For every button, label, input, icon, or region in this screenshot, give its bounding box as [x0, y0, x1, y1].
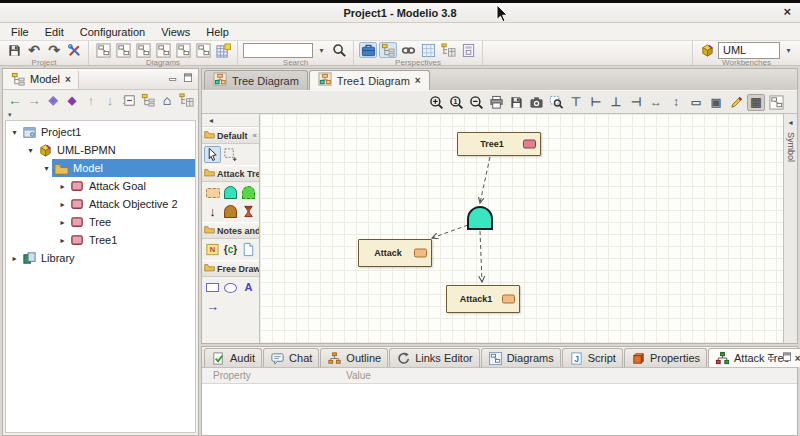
tree-item-model[interactable]: ▾Model [6, 159, 195, 177]
tree-item-tree1[interactable]: ▸Tree1 [6, 231, 195, 249]
search-icon[interactable] [330, 42, 348, 58]
redo-icon[interactable]: ↷ [45, 42, 63, 58]
diagram-settings-icon[interactable] [767, 94, 785, 111]
constraint-tool[interactable]: {c} [222, 241, 239, 258]
tree-item-project1[interactable]: ▾Project1 [6, 123, 195, 141]
align-left-icon[interactable]: ⊢ [587, 94, 605, 111]
save-icon[interactable] [5, 42, 23, 58]
move-down-icon[interactable]: ↓ [102, 92, 118, 108]
menu-edit[interactable]: Edit [37, 25, 72, 39]
diagram-3-icon[interactable] [134, 42, 152, 58]
model-tab-close-icon[interactable]: × [65, 74, 71, 85]
select-tool[interactable] [204, 146, 221, 163]
model-tree-icon[interactable] [379, 42, 397, 58]
tree-expander-icon[interactable]: ▾ [9, 128, 20, 137]
sand-gate-tool[interactable] [222, 203, 239, 220]
workspace-icon[interactable] [359, 42, 377, 58]
draw-arrow-tool[interactable]: → [204, 298, 221, 315]
symbol-collapse-icon[interactable]: ◂ [788, 118, 792, 127]
note-tool[interactable]: N [204, 241, 221, 258]
diagram-4-icon[interactable] [154, 42, 172, 58]
node-attack1[interactable]: Attack1 [446, 285, 520, 313]
menu-configuration[interactable]: Configuration [72, 25, 153, 39]
undo-icon[interactable]: ↶ [25, 42, 43, 58]
menu-file[interactable]: File [3, 25, 37, 39]
grid-toggle-icon[interactable]: ▦ [747, 94, 765, 111]
zoom-actual-icon[interactable]: 1 [447, 94, 465, 111]
minimize-panel-button[interactable] [167, 72, 179, 84]
print-icon[interactable] [487, 94, 505, 111]
tree-expander-icon[interactable]: ▸ [57, 236, 68, 245]
tab-audit[interactable]: Audit [204, 348, 262, 367]
zoom-out-icon[interactable] [467, 94, 485, 111]
center-vertical-icon[interactable]: ↕ [667, 94, 685, 111]
column-header-property[interactable]: Property [202, 370, 335, 381]
diagram-6-icon[interactable] [194, 42, 212, 58]
explorer-dropdown[interactable]: ▾ [3, 110, 198, 120]
draw-text-tool[interactable]: A [240, 279, 257, 296]
configure-icon[interactable] [65, 42, 83, 58]
marquee-tool[interactable] [222, 146, 239, 163]
tab-links-editor[interactable]: Links Editor [389, 348, 479, 367]
tab-properties[interactable]: Properties [624, 348, 707, 367]
zoom-region-icon[interactable] [547, 94, 565, 111]
tree-expander-icon[interactable]: ▸ [57, 182, 68, 191]
link-with-editor-icon[interactable] [140, 92, 156, 108]
draw-rect-tool[interactable] [204, 279, 221, 296]
search-input[interactable] [243, 43, 313, 58]
tree-item-uml-bpmn[interactable]: ▾UML-BPMN [6, 141, 195, 159]
tree-item-tree[interactable]: ▸Tree [6, 213, 195, 231]
undeveloped-tool[interactable] [240, 203, 257, 220]
palette-group-notes-and-[interactable]: Notes and ...« [202, 222, 259, 239]
tab-tree1-diagram[interactable]: Tree1 Diagram× [309, 70, 430, 90]
property-table-body[interactable] [202, 384, 797, 435]
node-tree1[interactable]: Tree1 [457, 132, 541, 156]
tree-expander-icon[interactable]: ▾ [41, 164, 52, 173]
tree-expander-icon[interactable]: ▸ [57, 218, 68, 227]
window-close-button[interactable]: × [783, 4, 791, 19]
nav-forward-icon[interactable]: → [26, 92, 42, 108]
matrix-new-icon[interactable] [214, 42, 232, 58]
related-diamond-icon[interactable]: ◈ [45, 92, 61, 108]
collapse-all-icon[interactable] [121, 92, 137, 108]
home-icon[interactable]: ⌂ [159, 92, 175, 108]
tab-script[interactable]: JScript [562, 348, 623, 367]
align-right-icon[interactable]: ⊣ [627, 94, 645, 111]
transfer-arrow-tool[interactable]: ↓ [204, 203, 221, 220]
tab-diagrams[interactable]: Diagrams [481, 348, 561, 367]
workbench-selector[interactable]: UML [718, 42, 780, 59]
tab-outline[interactable]: Outline [320, 348, 388, 367]
tree-item-attack-goal[interactable]: ▸Attack Goal [6, 177, 195, 195]
palette-group-free-drawing[interactable]: Free Drawing« [202, 260, 259, 277]
tree-expander-icon[interactable]: ▸ [57, 200, 68, 209]
tree-item-attack-objective-2[interactable]: ▸Attack Objective 2 [6, 195, 195, 213]
diagram-1-icon[interactable] [94, 42, 112, 58]
tree-item-library[interactable]: ▸Library [6, 249, 195, 267]
same-size-icon[interactable]: ▭ [687, 94, 705, 111]
menu-views[interactable]: Views [153, 25, 198, 39]
or-gate-tool[interactable] [240, 184, 257, 201]
links-perspective-icon[interactable] [399, 42, 417, 58]
column-header-value[interactable]: Value [335, 370, 371, 381]
and-gate-node[interactable] [467, 206, 493, 230]
tree-options-icon[interactable] [178, 92, 194, 108]
zoom-in-icon[interactable] [427, 94, 445, 111]
and-gate-tool[interactable] [222, 184, 239, 201]
matrix-perspective-icon[interactable] [419, 42, 437, 58]
menu-help[interactable]: Help [198, 25, 237, 39]
palette-collapse-icon[interactable]: ◂ [202, 114, 259, 127]
editor-tab-close-icon[interactable]: × [415, 75, 421, 86]
tab-tree-diagram[interactable]: Tree Diagram [204, 70, 308, 90]
maximize-bottom-button[interactable] [781, 351, 793, 363]
document-tool[interactable] [240, 241, 257, 258]
node-attack[interactable]: Attack [358, 239, 432, 267]
attack-node-tool[interactable] [204, 184, 221, 201]
move-up-icon[interactable]: ↑ [83, 92, 99, 108]
minimize-bottom-button[interactable] [766, 351, 778, 363]
search-dropdown-icon[interactable]: ▾ [315, 43, 328, 58]
align-top-icon[interactable]: ⊤ [567, 94, 585, 111]
diagram-canvas[interactable]: Tree1AttackAttack1 [260, 114, 783, 343]
fit-content-icon[interactable]: ▣ [707, 94, 725, 111]
tab-chat[interactable]: Chat [263, 348, 319, 367]
maximize-panel-button[interactable] [182, 72, 194, 84]
